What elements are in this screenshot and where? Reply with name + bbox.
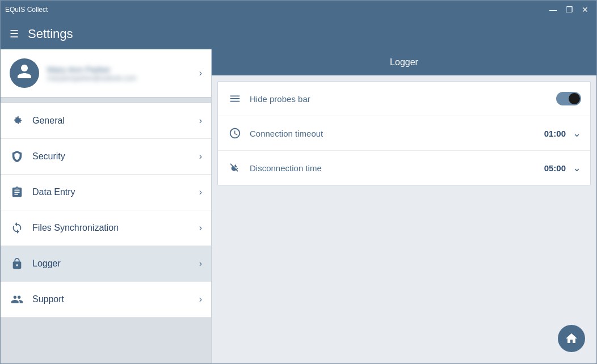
disconnection-time-icon xyxy=(227,160,243,176)
sidebar: Mary Ann Parker maryannparker@outlook.co… xyxy=(1,49,212,363)
clipboard-icon xyxy=(10,185,24,200)
sidebar-item-security-chevron: › xyxy=(199,151,202,162)
content-title: Logger xyxy=(390,57,418,67)
disconnection-time-value: 05:00 xyxy=(544,163,566,173)
connection-timeout-icon xyxy=(227,125,243,141)
logger-icon xyxy=(10,256,24,271)
gear-icon xyxy=(10,113,24,128)
sidebar-item-general-label: General xyxy=(32,116,199,126)
profile-section[interactable]: Mary Ann Parker maryannparker@outlook.co… xyxy=(1,49,211,98)
sidebar-item-general[interactable]: General › xyxy=(1,103,211,139)
support-icon xyxy=(10,292,24,307)
connection-timeout-value: 01:00 xyxy=(544,129,566,138)
sidebar-separator xyxy=(1,98,211,103)
probes-bar-icon xyxy=(227,91,243,107)
sidebar-item-security-label: Security xyxy=(32,151,199,162)
profile-chevron-icon: › xyxy=(199,68,202,78)
hamburger-icon[interactable]: ☰ xyxy=(10,29,19,39)
disconnection-time-row[interactable]: Disconnection time 05:00 ⌄ xyxy=(218,151,590,185)
disconnection-time-label: Disconnection time xyxy=(250,163,544,173)
person-icon xyxy=(16,63,33,80)
hide-probes-bar-row[interactable]: Hide probes bar xyxy=(218,82,590,116)
shield-icon xyxy=(10,149,24,164)
app-body: ☰ Settings Mary Ann Parker xyxy=(1,19,596,363)
disconnection-time-chevron: ⌄ xyxy=(573,162,581,174)
avatar xyxy=(10,58,39,88)
sidebar-item-support[interactable]: Support › xyxy=(1,282,211,318)
content-body: Hide probes bar xyxy=(212,75,596,363)
connection-timeout-chevron: ⌄ xyxy=(573,127,581,139)
main-content: Mary Ann Parker maryannparker@outlook.co… xyxy=(1,49,596,363)
sidebar-item-data-entry-chevron: › xyxy=(199,187,202,197)
window-controls: — ❐ ✕ xyxy=(546,4,592,15)
hide-probes-bar-label: Hide probes bar xyxy=(250,94,556,104)
content-header: Logger xyxy=(212,49,596,75)
content-panel: Logger Hide probes bar xyxy=(212,49,596,363)
sidebar-item-files-sync[interactable]: Files Synchronization › xyxy=(1,210,211,246)
profile-info: Mary Ann Parker maryannparker@outlook.co… xyxy=(47,65,199,82)
home-icon xyxy=(565,332,578,345)
settings-card: Hide probes bar xyxy=(217,81,591,185)
app-header-title: Settings xyxy=(28,27,73,41)
app-header: ☰ Settings xyxy=(1,19,596,49)
sidebar-item-logger[interactable]: Logger › xyxy=(1,246,211,282)
sidebar-item-data-entry[interactable]: Data Entry › xyxy=(1,175,211,210)
sync-icon xyxy=(10,221,24,235)
sidebar-item-security[interactable]: Security › xyxy=(1,139,211,175)
avatar-icon xyxy=(16,63,33,84)
sidebar-item-general-chevron: › xyxy=(199,116,202,126)
sidebar-item-data-entry-label: Data Entry xyxy=(32,187,199,197)
maximize-button[interactable]: ❐ xyxy=(562,4,576,15)
sidebar-item-files-sync-chevron: › xyxy=(199,223,202,233)
sidebar-item-files-sync-label: Files Synchronization xyxy=(32,223,199,233)
minimize-button[interactable]: — xyxy=(546,4,560,15)
connection-timeout-label: Connection timeout xyxy=(250,129,544,138)
sidebar-bottom xyxy=(1,318,211,363)
toggle-knob xyxy=(569,93,580,104)
profile-email: maryannparker@outlook.com xyxy=(47,74,199,82)
sidebar-item-support-label: Support xyxy=(32,294,199,304)
title-bar: EQuIS Collect — ❐ ✕ xyxy=(1,1,596,19)
app-window: EQuIS Collect — ❐ ✕ ☰ Settings xyxy=(0,0,597,364)
close-button[interactable]: ✕ xyxy=(578,4,592,15)
sidebar-item-support-chevron: › xyxy=(199,294,202,304)
profile-name: Mary Ann Parker xyxy=(47,65,199,74)
connection-timeout-row[interactable]: Connection timeout 01:00 ⌄ xyxy=(218,116,590,151)
home-button[interactable] xyxy=(558,325,585,352)
window-title: EQuIS Collect xyxy=(5,6,48,14)
hide-probes-bar-toggle[interactable] xyxy=(556,92,581,105)
sidebar-item-logger-chevron: › xyxy=(199,259,202,269)
sidebar-item-logger-label: Logger xyxy=(32,259,199,269)
